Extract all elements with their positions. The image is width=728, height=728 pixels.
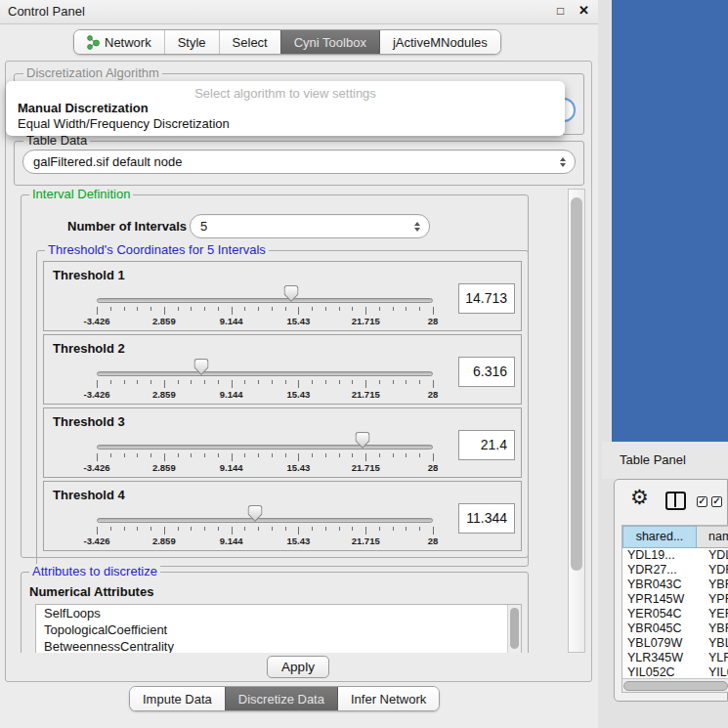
table-cell: YBL079W <box>622 636 697 651</box>
column-header-name[interactable]: name <box>697 526 728 548</box>
tab-cyni-toolbox[interactable]: Cyni Toolbox <box>280 30 379 54</box>
slider-thumb-icon[interactable] <box>193 359 208 375</box>
tick-label: 28 <box>428 389 439 400</box>
tick-mark <box>137 307 138 311</box>
slider-thumb-icon[interactable] <box>283 285 298 302</box>
slider-thumb-icon[interactable] <box>247 505 262 522</box>
table-cell: YDL19... <box>622 548 697 563</box>
tab-jactivemnodules[interactable]: jActiveMNodules <box>379 30 500 54</box>
tick-label: 2.859 <box>152 462 176 473</box>
gear-icon[interactable]: ⚙ <box>630 486 649 509</box>
tick-mark <box>137 527 138 531</box>
attribute-item[interactable]: SelfLoops <box>36 605 521 621</box>
dropdown-item[interactable]: Manual Discretization <box>6 101 565 116</box>
tick-mark <box>218 307 219 311</box>
tab-infer-network[interactable]: Infer Network <box>337 687 439 710</box>
list-scrollbar[interactable] <box>507 605 521 653</box>
tick-mark <box>178 527 179 531</box>
dropdown-hint: Select algorithm to view settings <box>6 81 565 101</box>
tick-mark <box>244 527 245 531</box>
tick-label: 9.144 <box>220 316 243 326</box>
table-row[interactable]: YER054CYER0 <box>622 607 728 621</box>
table-row[interactable]: YBR043CYBR0 <box>622 578 728 592</box>
tick-mark <box>285 307 286 311</box>
threshold-row: Threshold 1 -3.4262.8599.14415.4321.7152… <box>43 261 522 331</box>
tab-select[interactable]: Select <box>219 30 280 54</box>
apply-button[interactable]: Apply <box>267 656 329 678</box>
table-cell: YPR145W <box>622 592 697 607</box>
number-of-intervals-value: 5 <box>191 219 207 234</box>
dropdown-item[interactable]: Equal Width/Frequency Discretization <box>6 116 565 132</box>
threshold-row: Threshold 3 -3.4262.8599.14415.4321.7152… <box>43 407 522 478</box>
threshold-value-field[interactable]: 21.4 <box>458 430 515 460</box>
tick-mark <box>204 307 205 311</box>
table-row[interactable]: YIL052CYIL0 <box>622 665 728 678</box>
tab-discretize-data[interactable]: Discretize Data <box>225 687 337 710</box>
threshold-slider[interactable]: -3.4262.8599.14415.4321.71528 <box>97 482 433 552</box>
tick-mark <box>298 307 299 315</box>
thresholds-group-title: Threshold's Coordinates for 5 Intervals <box>45 242 269 257</box>
threshold-slider[interactable]: -3.4262.8599.14415.4321.71528 <box>97 408 433 479</box>
settings-scrollbar[interactable] <box>568 189 585 653</box>
table-row[interactable]: YLR345WYLR3 <box>622 651 728 665</box>
slider-track[interactable] <box>97 445 433 450</box>
threshold-value-field[interactable]: 14.713 <box>458 283 515 314</box>
float-window-icon[interactable]: □ <box>557 4 564 18</box>
slider-ticks <box>97 527 433 535</box>
threshold-value-field[interactable]: 6.316 <box>458 357 515 387</box>
tick-mark <box>325 453 326 457</box>
list-scrollbar-thumb[interactable] <box>510 608 519 649</box>
attribute-item[interactable]: BetweennessCentrality <box>36 638 521 653</box>
control-panel-titlebar: Control Panel □ ✕ <box>0 0 602 24</box>
threshold-slider[interactable]: -3.4262.8599.14415.4321.71528 <box>97 335 433 406</box>
tick-mark <box>110 527 111 531</box>
column-header-shared-name[interactable]: shared... <box>622 526 697 548</box>
panel-title: Control Panel <box>8 4 85 19</box>
numerical-attributes-label: Numerical Attributes <box>29 584 153 599</box>
tick-mark <box>352 527 353 531</box>
slider-tick-labels: -3.4262.8599.14415.4321.71528 <box>97 316 433 327</box>
tick-label: 21.715 <box>352 316 380 326</box>
number-of-intervals-combobox[interactable]: 5 <box>190 214 430 238</box>
table-row[interactable]: YPR145WYPR1 <box>622 592 728 607</box>
network-window-frame[interactable]: GAL80GACGAL11GAL4GCY1HHAP2 <box>612 0 728 442</box>
tab-style[interactable]: Style <box>164 30 219 54</box>
tick-mark <box>365 307 366 315</box>
threshold-slider[interactable]: -3.4262.8599.14415.4321.71528 <box>97 262 433 332</box>
table-row[interactable]: YDR27...YDR2 <box>622 563 728 578</box>
table-row[interactable]: YBR045CYBR0 <box>622 621 728 636</box>
combo-spinner-icon <box>560 157 575 167</box>
checkbox-icon[interactable]: ✓ <box>697 496 707 507</box>
table-horizontal-scrollbar[interactable] <box>622 678 728 693</box>
table-panel: ⚙ ✓ ✓ shared... name YDL19...YDL1YDR27..… <box>614 479 728 702</box>
tick-mark <box>191 453 192 457</box>
tick-mark <box>352 380 353 384</box>
settings-scrollbar-thumb[interactable] <box>571 197 582 571</box>
close-icon[interactable]: ✕ <box>578 3 589 18</box>
table-row[interactable]: YDL19...YDL1 <box>622 548 728 563</box>
slider-track[interactable] <box>97 518 433 523</box>
tick-mark <box>339 307 340 311</box>
tick-label: -3.426 <box>84 462 110 473</box>
table-scrollbar-thumb[interactable] <box>623 681 728 691</box>
attribute-item[interactable]: TopologicalCoefficient <box>36 621 521 638</box>
checkbox-icon[interactable]: ✓ <box>711 496 722 507</box>
threshold-value-field[interactable]: 11.344 <box>458 503 515 534</box>
tick-mark <box>191 307 192 311</box>
cyni-toolbox-content: Discretization Algorithm Select algorith… <box>5 61 592 682</box>
tab-label: Impute Data <box>143 692 212 707</box>
combo-spinner-icon <box>414 222 429 232</box>
tick-mark <box>110 380 111 384</box>
table-data-combobox[interactable]: galFiltered.sif default node <box>22 150 576 174</box>
slider-track[interactable] <box>97 371 433 376</box>
table-row[interactable]: YBL079WYBL0 <box>622 636 728 651</box>
numerical-attributes-list[interactable]: SelfLoopsTopologicalCoefficientBetweenne… <box>35 604 522 653</box>
tab-impute-data[interactable]: Impute Data <box>130 687 225 710</box>
columns-icon[interactable] <box>665 492 686 510</box>
tab-network[interactable]: Network <box>74 30 164 54</box>
tick-mark <box>419 527 420 531</box>
tick-mark <box>244 380 245 384</box>
slider-thumb-icon[interactable] <box>355 432 369 449</box>
slider-track[interactable] <box>97 298 433 303</box>
tick-mark <box>150 453 151 457</box>
